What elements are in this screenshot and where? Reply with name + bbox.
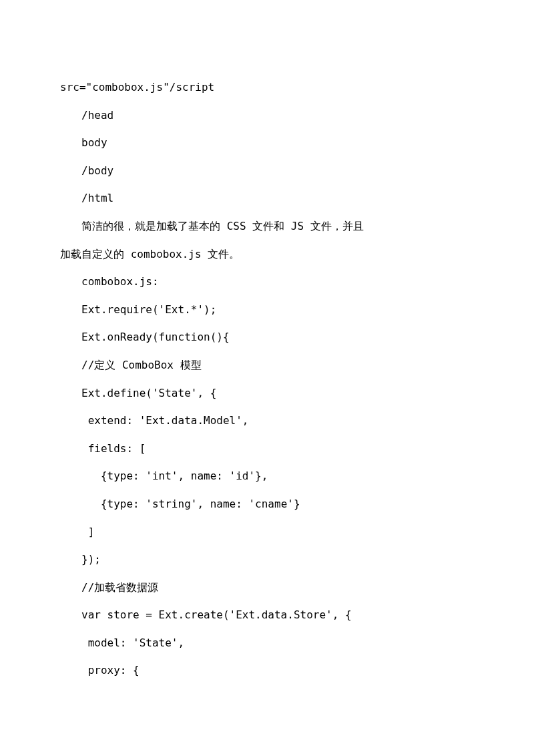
text-line: /body [60, 157, 474, 185]
text-line: 简洁的很，就是加载了基本的 CSS 文件和 JS 文件，并且 [60, 212, 474, 240]
text-line: {type: 'string', name: 'cname'} [60, 490, 474, 518]
text-line: src="combobox.js"/script [60, 73, 474, 102]
text-line: Ext.onReady(function(){ [60, 323, 474, 351]
text-line: Ext.define('State', { [60, 379, 474, 407]
text-line: body [60, 129, 474, 157]
text-line: model: 'State', [60, 629, 474, 657]
text-line: 加载自定义的 combobox.js 文件。 [60, 240, 474, 268]
text-line: proxy: { [60, 656, 474, 685]
text-line: combobox.js: [60, 268, 474, 296]
text-line: Ext.require('Ext.*'); [60, 296, 474, 324]
text-line: }); [60, 546, 474, 574]
text-line: fields: [ [60, 435, 474, 463]
text-line: var store = Ext.create('Ext.data.Store',… [60, 601, 474, 629]
text-line: /html [60, 184, 474, 212]
text-line: {type: 'int', name: 'id'}, [60, 462, 474, 490]
text-line: extend: 'Ext.data.Model', [60, 407, 474, 435]
text-line: //加载省数据源 [60, 574, 474, 602]
document-page: src="combobox.js"/script/headbody/body/h… [0, 0, 534, 745]
text-line: ] [60, 518, 474, 546]
text-line: /head [60, 102, 474, 130]
text-line: //定义 ComboBox 模型 [60, 351, 474, 379]
